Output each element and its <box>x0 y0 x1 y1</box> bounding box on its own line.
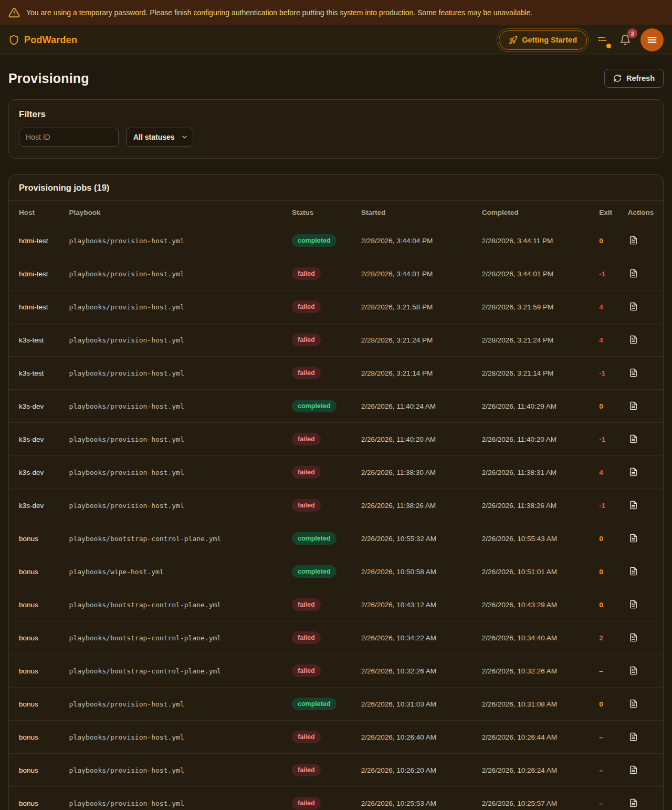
rocket-icon <box>509 36 518 45</box>
view-log-button[interactable] <box>628 797 639 808</box>
started-cell: 2/26/2026, 11:40:24 AM <box>357 390 478 423</box>
view-log-button[interactable] <box>628 566 639 577</box>
view-log-button[interactable] <box>628 665 639 676</box>
status-badge: failed <box>292 466 321 479</box>
file-text-icon <box>629 468 638 476</box>
host-cell: bonus <box>9 688 65 721</box>
view-log-button[interactable] <box>628 301 639 312</box>
playbook-cell: playbooks/provision-host.yml <box>65 456 288 489</box>
host-cell: bonus <box>9 655 65 688</box>
status-filter-select[interactable]: All statuses <box>126 128 193 147</box>
completed-cell: 2/28/2026, 3:21:14 PM <box>478 357 595 390</box>
view-log-button[interactable] <box>628 500 639 511</box>
view-log-button[interactable] <box>628 235 639 246</box>
table-row: bonus playbooks/provision-host.yml faile… <box>9 721 663 754</box>
host-cell: bonus <box>9 588 65 621</box>
file-text-icon <box>629 798 638 807</box>
table-row: bonus playbooks/wipe-host.yml completed … <box>9 555 663 588</box>
banner-text: You are using a temporary password. Plea… <box>26 8 533 17</box>
playbook-cell: playbooks/provision-host.yml <box>65 721 288 754</box>
getting-started-button[interactable]: Getting Started <box>499 30 587 50</box>
view-log-button[interactable] <box>628 400 639 411</box>
host-cell: k3s-dev <box>9 489 65 522</box>
view-log-button[interactable] <box>628 698 639 709</box>
table-row: hdmi-test playbooks/provision-host.yml c… <box>9 224 663 257</box>
completed-cell: 2/26/2026, 10:25:57 AM <box>478 787 595 810</box>
provisioning-jobs-card: Provisioning jobs (19) Host Playbook Sta… <box>8 174 664 810</box>
completed-cell: 2/28/2026, 3:44:01 PM <box>478 257 595 290</box>
playbook-cell: playbooks/provision-host.yml <box>65 489 288 522</box>
host-cell: hdmi-test <box>9 257 65 290</box>
exit-code: 0 <box>595 224 623 257</box>
view-log-button[interactable] <box>628 433 639 444</box>
status-badge: failed <box>292 300 321 313</box>
col-header-started: Started <box>357 201 478 224</box>
completed-cell: 2/26/2026, 10:32:26 AM <box>478 655 595 688</box>
started-cell: 2/26/2026, 10:55:32 AM <box>357 522 478 555</box>
host-id-input[interactable] <box>19 128 119 147</box>
view-log-button[interactable] <box>628 632 639 643</box>
status-badge: failed <box>292 367 321 379</box>
brand[interactable]: PodWarden <box>8 35 77 46</box>
file-text-icon <box>629 335 638 344</box>
col-header-actions: Actions <box>624 201 663 224</box>
exit-code: 4 <box>595 456 623 489</box>
table-header-row: Host Playbook Status Started Completed E… <box>9 201 663 224</box>
file-text-icon <box>629 501 638 510</box>
table-row: bonus playbooks/provision-host.yml faile… <box>9 787 663 810</box>
exit-code: -1 <box>595 357 623 390</box>
col-header-status: Status <box>288 201 357 224</box>
exit-code: -1 <box>595 257 623 290</box>
exit-code: 0 <box>595 522 623 555</box>
warning-icon <box>8 7 20 18</box>
status-badge: failed <box>292 267 321 280</box>
started-cell: 2/28/2026, 3:21:58 PM <box>357 290 478 324</box>
status-badge: failed <box>292 797 321 809</box>
notifications-button[interactable]: 3 <box>617 32 633 48</box>
sliders-icon <box>596 34 608 46</box>
shield-icon <box>8 35 19 46</box>
started-cell: 2/26/2026, 11:38:26 AM <box>357 489 478 522</box>
file-text-icon <box>629 269 638 278</box>
jobs-table-body: hdmi-test playbooks/provision-host.yml c… <box>9 224 663 810</box>
table-row: k3s-dev playbooks/provision-host.yml fai… <box>9 489 663 522</box>
status-badge: failed <box>292 731 321 743</box>
table-row: k3s-dev playbooks/provision-host.yml fai… <box>9 423 663 456</box>
view-log-button[interactable] <box>628 367 639 378</box>
menu-button[interactable] <box>640 28 664 51</box>
file-text-icon <box>629 302 638 311</box>
playbook-cell: playbooks/bootstrap-control-plane.yml <box>65 655 288 688</box>
view-log-button[interactable] <box>628 268 639 279</box>
sliders-button[interactable] <box>594 32 610 48</box>
status-badge: failed <box>292 664 321 677</box>
app-header: PodWarden Getting Started <box>0 25 672 55</box>
status-badge: completed <box>292 565 337 578</box>
host-cell: bonus <box>9 787 65 810</box>
col-header-playbook: Playbook <box>65 201 288 224</box>
started-cell: 2/26/2026, 10:34:22 AM <box>357 621 478 655</box>
table-row: bonus playbooks/bootstrap-control-plane.… <box>9 621 663 655</box>
status-badge: completed <box>292 698 337 710</box>
view-log-button[interactable] <box>628 334 639 345</box>
started-cell: 2/26/2026, 10:43:12 AM <box>357 588 478 621</box>
page-title: Provisioning <box>8 71 89 86</box>
exit-code: 4 <box>595 290 623 324</box>
status-badge: completed <box>292 532 337 545</box>
exit-code: 0 <box>595 688 623 721</box>
filters-title: Filters <box>19 109 653 120</box>
completed-cell: 2/26/2026, 10:26:24 AM <box>478 754 595 787</box>
view-log-button[interactable] <box>628 533 639 544</box>
started-cell: 2/26/2026, 10:25:53 AM <box>357 787 478 810</box>
table-row: k3s-dev playbooks/provision-host.yml com… <box>9 390 663 423</box>
view-log-button[interactable] <box>628 599 639 610</box>
completed-cell: 2/26/2026, 11:38:31 AM <box>478 456 595 489</box>
host-cell: hdmi-test <box>9 224 65 257</box>
filters-card: Filters All statuses <box>8 99 664 159</box>
view-log-button[interactable] <box>628 764 639 775</box>
file-text-icon <box>629 600 638 609</box>
view-log-button[interactable] <box>628 731 639 742</box>
refresh-button[interactable]: Refresh <box>604 69 664 88</box>
file-text-icon <box>629 633 638 642</box>
view-log-button[interactable] <box>628 466 639 477</box>
playbook-cell: playbooks/bootstrap-control-plane.yml <box>65 522 288 555</box>
